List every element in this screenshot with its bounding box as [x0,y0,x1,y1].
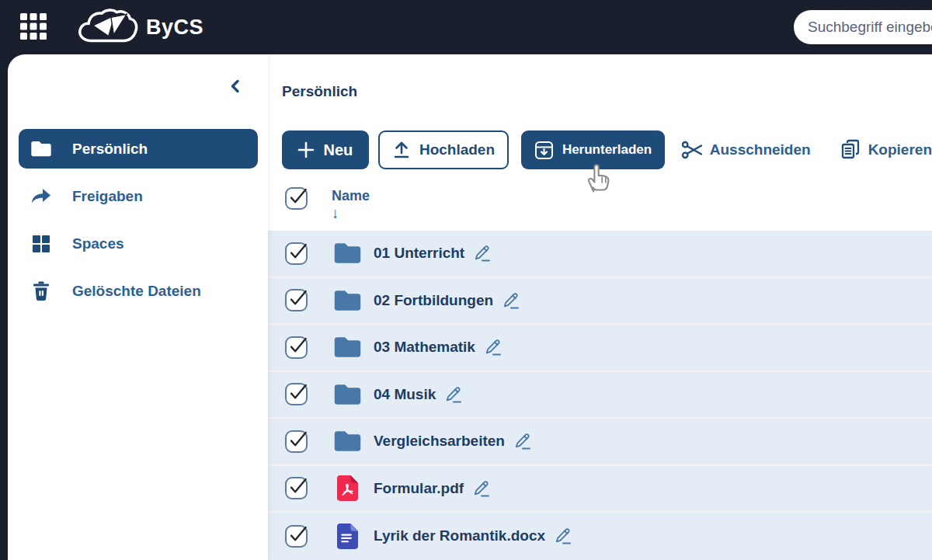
check-icon [287,476,308,497]
copy-button-label: Kopieren [868,141,932,158]
apps-grid-icon[interactable] [19,12,48,41]
name-header-label: Name [332,188,370,204]
rename-button[interactable] [483,338,503,357]
folder-icon [333,242,362,265]
table-row[interactable]: Vergleichsarbeiten [268,419,932,466]
upload-icon [392,141,411,159]
download-icon [534,141,554,160]
row-checkbox[interactable] [285,289,308,311]
copy-icon [840,139,861,161]
sidebar-item-geloeschte-dateien[interactable]: Gelöschte Dateien [19,271,258,311]
file-name: Lyrik der Romantik.docx [374,527,545,544]
edit-pencil-icon [501,291,520,310]
cut-button[interactable]: Ausschneiden [681,140,811,160]
check-icon [287,288,308,309]
folder-icon [333,430,362,453]
sidebar-collapse-chevron-icon[interactable] [224,76,246,98]
upload-button[interactable]: Hochladen [378,130,509,169]
rename-button[interactable] [513,432,532,450]
sidebar-item-freigaben[interactable]: Freigaben [19,176,258,216]
edit-pencil-icon [483,338,503,357]
edit-pencil-icon [553,527,572,545]
rename-button[interactable] [443,385,463,404]
sidebar-item-label: Persönlich [72,141,148,158]
folder-icon [333,289,362,312]
sidebar-item-spaces[interactable]: Spaces [19,224,258,263]
file-name: 01 Unterricht [374,245,464,262]
apps-grid-icon [19,12,48,41]
edit-pencil-icon [513,432,532,450]
cut-button-label: Ausschneiden [710,141,811,158]
share-icon [30,187,53,206]
rename-button[interactable] [553,527,572,545]
sort-descending-icon[interactable]: ↓ [332,206,370,221]
new-button-label: Neu [323,141,353,159]
table-row[interactable]: 03 Mathematik [268,325,932,372]
check-icon [287,186,308,207]
copy-button[interactable]: Kopieren [840,139,932,161]
scissors-icon [681,140,703,160]
row-checkbox[interactable] [285,242,308,265]
folder-icon [30,140,53,158]
cloud-plane-logo-icon [75,6,140,48]
check-icon [287,430,308,450]
sidebar-item-persoenlich[interactable]: Persönlich [19,129,258,169]
docx-icon [337,523,358,549]
sidebar-item-label: Spaces [72,235,124,252]
brand-name: ByCS [146,16,203,40]
table-row[interactable]: 02 Fortbildungen [268,278,932,325]
table-row[interactable]: 01 Unterricht [268,231,932,278]
check-icon [287,242,308,263]
grid-icon [30,235,53,253]
sidebar-item-label: Gelöschte Dateien [72,283,201,300]
file-name: Formular.pdf [374,480,464,497]
table-header: Name ↓ [268,177,932,231]
file-list: 01 Unterricht [268,231,932,560]
file-name: Vergleichsarbeiten [374,433,505,450]
download-button[interactable]: Herunterladen [521,130,665,169]
toolbar: Neu Hochladen Herunterladen [268,130,932,169]
new-button[interactable]: Neu [282,130,369,169]
select-all-checkbox[interactable] [285,187,308,210]
check-icon [287,382,308,403]
file-name: 03 Mathematik [374,339,475,356]
row-checkbox[interactable] [285,525,308,548]
rename-button[interactable] [471,479,491,498]
check-icon [287,524,308,545]
rename-button[interactable] [472,244,492,263]
sidebar-item-label: Freigaben [72,188,143,205]
search-input[interactable] [808,19,932,36]
plus-icon [297,141,315,158]
edit-pencil-icon [472,244,492,263]
row-checkbox[interactable] [285,383,308,405]
folder-icon [333,383,362,406]
file-name: 04 Musik [374,386,436,403]
table-row[interactable]: Lyrik der Romantik.docx [268,513,932,560]
edit-pencil-icon [443,385,463,404]
file-name: 02 Fortbildungen [374,292,493,309]
check-icon [287,336,308,357]
table-row[interactable]: Formular.pdf [268,466,932,513]
sidebar: Persönlich Freigaben Spaces [8,54,268,560]
page-title: Persönlich [282,83,357,100]
search-bar [794,10,932,44]
folder-icon [333,336,362,359]
row-checkbox[interactable] [285,477,308,499]
edit-pencil-icon [471,479,491,498]
name-column-header[interactable]: Name ↓ [332,188,370,231]
pdf-icon [337,475,358,501]
table-row[interactable]: 04 Musik [268,372,932,419]
brand-logo[interactable]: ByCS [75,6,203,48]
download-button-label: Herunterladen [562,142,652,158]
rename-button[interactable] [501,291,520,310]
upload-button-label: Hochladen [419,141,495,158]
topbar: ByCS [0,0,932,54]
row-checkbox[interactable] [285,336,308,359]
main-content: Persönlich Neu Hochladen Herunterladen [268,54,932,560]
row-checkbox[interactable] [285,430,308,453]
trash-icon [30,281,53,301]
